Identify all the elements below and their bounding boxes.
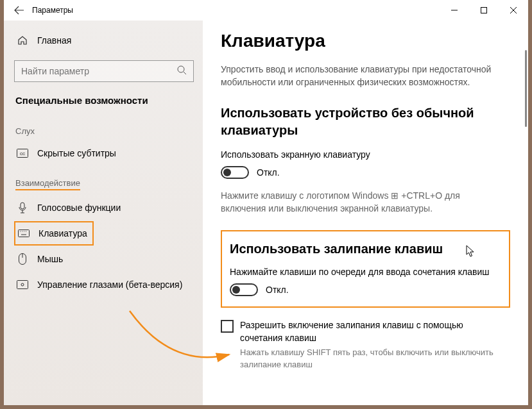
scrollbar[interactable]: [525, 50, 527, 127]
eye-control-icon: [17, 280, 28, 289]
sticky-shortcut-label: Разрешить включение залипания клавиш с п…: [240, 319, 490, 344]
home-nav[interactable]: Главная: [14, 28, 203, 53]
close-button[interactable]: [499, 0, 528, 21]
group-hearing-label: Слух: [15, 126, 203, 136]
sticky-toggle[interactable]: [230, 283, 258, 296]
svg-rect-6: [21, 203, 24, 209]
sidebar-item-label: Скрытые субтитры: [37, 148, 116, 158]
osk-heading: Использовать устройство без обычной клав…: [221, 104, 490, 139]
group-interaction-label: Взаимодействие: [15, 178, 203, 190]
search-icon: [177, 65, 187, 76]
window-title: Параметры: [30, 6, 440, 15]
sidebar-item-keyboard[interactable]: Клавиатура: [14, 221, 94, 246]
sticky-shortcut-checkbox[interactable]: [221, 320, 234, 333]
svg-line-3: [184, 72, 186, 74]
osk-toggle-state: Откл.: [257, 167, 280, 178]
search-wrap: [14, 60, 194, 82]
sidebar-item-keyboard-wrap: Клавиатура: [14, 221, 203, 246]
svg-rect-7: [19, 230, 30, 237]
svg-rect-15: [17, 281, 28, 289]
sidebar: Главная Специальные возможности Слух cc …: [4, 21, 203, 405]
page-title: Клавиатура: [221, 31, 510, 51]
page-description: Упростить ввод и использование клавиатур…: [221, 63, 497, 89]
sticky-toggle-row: Откл.: [230, 283, 501, 296]
mouse-icon: [17, 253, 28, 265]
osk-hint: Нажмите клавишу с логотипом Windows ⊞ +C…: [221, 189, 490, 215]
sidebar-item-eye-control[interactable]: Управление глазами (бета-версия): [14, 272, 203, 297]
sticky-toggle-label: Нажимайте клавиши по очереди для ввода с…: [230, 267, 501, 277]
search-input[interactable]: [14, 60, 194, 82]
sidebar-item-captions[interactable]: cc Скрытые субтитры: [14, 141, 203, 165]
svg-point-16: [21, 283, 24, 286]
microphone-icon: [17, 202, 28, 213]
sidebar-item-label: Мышь: [37, 254, 63, 264]
sticky-keys-highlight: Использовать залипание клавиш Нажимайте …: [221, 230, 510, 308]
maximize-button[interactable]: [469, 0, 499, 21]
svg-point-2: [178, 66, 184, 72]
sticky-shortcut-checkbox-row: Разрешить включение залипания клавиш с п…: [221, 319, 490, 344]
caption-buttons: [440, 0, 528, 21]
sidebar-item-label: Управление глазами (бета-версия): [37, 280, 182, 290]
sidebar-item-speech[interactable]: Голосовые функции: [14, 196, 203, 220]
titlebar: Параметры: [4, 0, 528, 21]
sticky-toggle-state: Откл.: [266, 285, 289, 295]
sidebar-item-label: Клавиатура: [39, 228, 87, 238]
svg-text:cc: cc: [20, 151, 25, 156]
section-header: Специальные возможности: [15, 95, 203, 106]
sidebar-item-mouse[interactable]: Мышь: [14, 247, 203, 271]
osk-toggle-label: Использовать экранную клавиатуру: [221, 149, 510, 160]
home-label: Главная: [37, 35, 71, 46]
content-pane: Клавиатура Упростить ввод и использовани…: [203, 21, 528, 405]
sidebar-item-label: Голосовые функции: [37, 203, 121, 213]
settings-window: Параметры Главная: [4, 0, 528, 405]
minimize-button[interactable]: [440, 0, 469, 21]
captions-icon: cc: [17, 149, 28, 158]
home-icon: [17, 35, 28, 46]
osk-toggle-row: Откл.: [221, 166, 510, 179]
keyboard-icon: [18, 230, 30, 237]
sticky-heading: Использовать залипание клавиш: [230, 240, 499, 258]
sticky-shortcut-hint: Нажать клавишу SHIFT пять раз, чтобы вкл…: [240, 347, 510, 370]
svg-rect-1: [481, 8, 487, 13]
back-button[interactable]: [9, 5, 30, 15]
osk-toggle[interactable]: [221, 166, 249, 179]
